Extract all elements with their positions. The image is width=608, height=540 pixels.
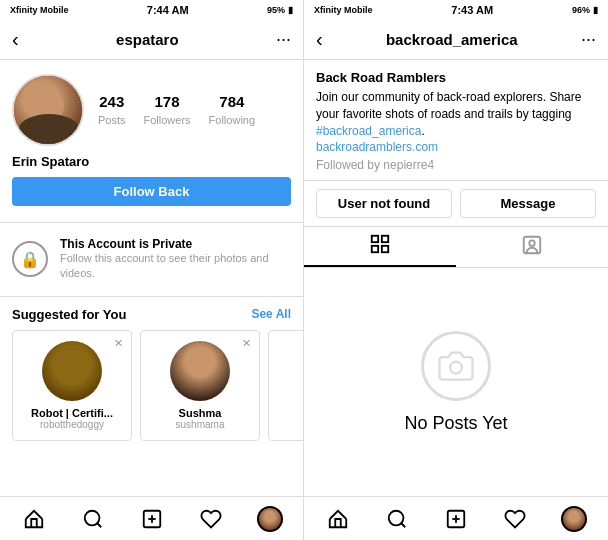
right-tabs <box>304 227 608 268</box>
close-card-1[interactable]: ✕ <box>242 337 251 350</box>
right-battery-icon: ▮ <box>593 5 598 15</box>
left-stat-following: 784 Following <box>209 93 255 128</box>
left-carrier: Xfinity Mobile <box>10 5 69 15</box>
suggested-title: Suggested for You <box>12 307 126 322</box>
left-panel: Xfinity Mobile 7:44 AM 95% ▮ ‹ espataro … <box>0 0 304 540</box>
right-battery: 96% ▮ <box>572 5 598 15</box>
right-nav-add[interactable] <box>436 499 476 539</box>
right-bio-text: Join our community of back-road explorer… <box>316 89 596 156</box>
user-not-found-button[interactable]: User not found <box>316 189 452 218</box>
suggested-card-peek <box>268 330 303 441</box>
right-nav-home[interactable] <box>318 499 358 539</box>
right-bottom-nav <box>304 496 608 540</box>
left-profile-name: Erin Spataro <box>12 154 291 169</box>
no-posts-text: No Posts Yet <box>404 413 507 434</box>
left-more-button[interactable]: ··· <box>276 29 291 50</box>
right-bio: Back Road Ramblers Join our community of… <box>304 60 608 181</box>
right-nav-search[interactable] <box>377 499 417 539</box>
suggested-avatar-0 <box>42 341 102 401</box>
right-battery-pct: 96% <box>572 5 590 15</box>
left-avatar <box>12 74 84 146</box>
left-stats: 243 Posts 178 Followers 784 Following <box>98 93 255 128</box>
left-nav-heart[interactable] <box>191 499 231 539</box>
suggested-name-1: Sushma <box>149 407 251 419</box>
private-subtitle: Follow this account to see their photos … <box>60 251 291 282</box>
svg-point-12 <box>389 510 404 525</box>
left-nav-profile[interactable] <box>250 499 290 539</box>
grid-icon <box>369 233 391 260</box>
left-battery: 95% ▮ <box>267 5 293 15</box>
left-nav-search[interactable] <box>73 499 113 539</box>
see-all-button[interactable]: See All <box>251 307 291 321</box>
private-account-notice: 🔒 This Account is Private Follow this ac… <box>0 222 303 297</box>
svg-point-10 <box>529 240 535 246</box>
svg-rect-7 <box>372 246 378 252</box>
svg-rect-8 <box>382 246 388 252</box>
suggested-handle-1: sushmama <box>149 419 251 430</box>
left-stat-followers: 178 Followers <box>144 93 191 128</box>
left-bottom-nav <box>0 496 303 540</box>
left-profile-top: 243 Posts 178 Followers 784 Following <box>12 74 291 146</box>
left-followers-label: Followers <box>144 114 191 126</box>
left-posts-count: 243 <box>98 93 126 110</box>
lock-icon: 🔒 <box>12 241 48 277</box>
left-back-button[interactable]: ‹ <box>12 28 19 51</box>
tab-tagged[interactable] <box>456 227 608 267</box>
right-username: backroad_america <box>386 31 518 48</box>
suggested-card-0: ✕ Robot | Certifi... robotthedoggy <box>12 330 132 441</box>
right-time: 7:43 AM <box>451 4 493 16</box>
suggested-list: ✕ Robot | Certifi... robotthedoggy ✕ Sus… <box>0 330 303 441</box>
person-icon <box>521 234 543 261</box>
suggested-handle-0: robotthedoggy <box>21 419 123 430</box>
right-nav-profile[interactable] <box>554 499 594 539</box>
left-followers-count: 178 <box>144 93 191 110</box>
right-profile-avatar-small <box>561 506 587 532</box>
right-bio-hashtag[interactable]: #backroad_america <box>316 124 421 138</box>
battery-icon: ▮ <box>288 5 293 15</box>
left-username: espataro <box>116 31 179 48</box>
left-nav-header: ‹ espataro ··· <box>0 20 303 60</box>
left-nav-add[interactable] <box>132 499 172 539</box>
right-status-bar: Xfinity Mobile 7:43 AM 96% ▮ <box>304 0 608 20</box>
right-bio-title: Back Road Ramblers <box>316 70 596 85</box>
right-carrier: Xfinity Mobile <box>314 5 373 15</box>
left-profile-section: 243 Posts 178 Followers 784 Following Er… <box>0 60 303 216</box>
right-bio-link[interactable]: backroadramblers.com <box>316 140 438 154</box>
svg-line-13 <box>401 523 405 527</box>
left-profile-avatar-small <box>257 506 283 532</box>
svg-rect-5 <box>372 235 378 241</box>
right-nav-header: ‹ backroad_america ··· <box>304 20 608 60</box>
no-posts-area: No Posts Yet <box>304 268 608 496</box>
left-posts-label: Posts <box>98 114 126 126</box>
right-back-button[interactable]: ‹ <box>316 28 323 51</box>
left-time: 7:44 AM <box>147 4 189 16</box>
right-more-button[interactable]: ··· <box>581 29 596 50</box>
left-status-bar: Xfinity Mobile 7:44 AM 95% ▮ <box>0 0 303 20</box>
svg-point-11 <box>450 361 462 373</box>
left-following-count: 784 <box>209 93 255 110</box>
right-bio-text2: . <box>421 124 424 138</box>
svg-rect-6 <box>382 235 388 241</box>
dog-avatar-image <box>42 341 102 401</box>
right-panel: Xfinity Mobile 7:43 AM 96% ▮ ‹ backroad_… <box>304 0 608 540</box>
right-bio-text1: Join our community of back-road explorer… <box>316 90 581 121</box>
left-avatar-image <box>14 76 82 144</box>
left-following-label: Following <box>209 114 255 126</box>
suggested-avatar-1 <box>170 341 230 401</box>
left-stat-posts: 243 Posts <box>98 93 126 128</box>
person-avatar-image <box>170 341 230 401</box>
private-title: This Account is Private <box>60 237 291 251</box>
right-bio-followed: Followed by nepierre4 <box>316 158 596 172</box>
suggested-card-1: ✕ Sushma sushmama <box>140 330 260 441</box>
suggested-header: Suggested for You See All <box>0 297 303 330</box>
right-nav-heart[interactable] <box>495 499 535 539</box>
message-button[interactable]: Message <box>460 189 596 218</box>
svg-line-1 <box>97 523 101 527</box>
follow-back-button[interactable]: Follow Back <box>12 177 291 206</box>
private-text: This Account is Private Follow this acco… <box>60 237 291 282</box>
left-battery-pct: 95% <box>267 5 285 15</box>
left-nav-home[interactable] <box>14 499 54 539</box>
close-card-0[interactable]: ✕ <box>114 337 123 350</box>
right-actions: User not found Message <box>304 181 608 227</box>
tab-grid[interactable] <box>304 227 456 267</box>
